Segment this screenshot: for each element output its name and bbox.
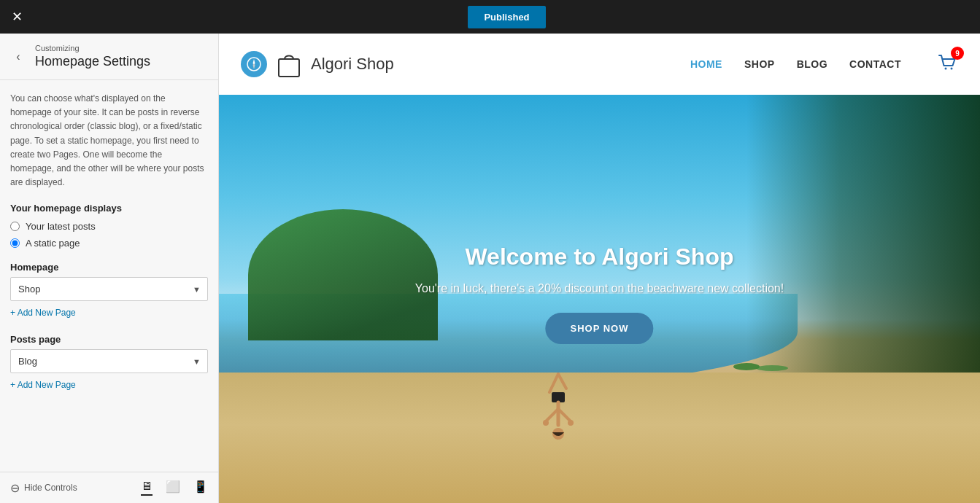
svg-point-2 xyxy=(945,68,947,70)
hero-hill-left xyxy=(248,209,438,340)
logo-bag-icon xyxy=(274,47,304,81)
radio-static-page[interactable]: A static page xyxy=(10,238,208,249)
svg-point-4 xyxy=(733,363,760,370)
hero-content: Welcome to Algori Shop You're in luck, t… xyxy=(415,243,784,344)
cart-icon-wrap[interactable]: 9 xyxy=(938,52,958,76)
homepage-select-wrapper: Shop Blog About Contact ▼ xyxy=(10,277,208,301)
nav-shop[interactable]: SHOP xyxy=(744,58,775,70)
back-button[interactable]: ‹ xyxy=(7,46,29,68)
panel-main-title: Homepage Settings xyxy=(35,54,150,69)
nav-home[interactable]: HOME xyxy=(690,58,722,70)
hero-title: Welcome to Algori Shop xyxy=(415,243,784,270)
svg-point-5 xyxy=(756,365,788,371)
top-bar: ✕ Published xyxy=(0,0,980,34)
nav-blog[interactable]: BLOG xyxy=(797,58,827,70)
add-new-page-link-2[interactable]: + Add New Page xyxy=(10,380,76,390)
panel-body: You can choose what's displayed on the h… xyxy=(0,80,218,472)
desktop-icon[interactable]: 🖥 xyxy=(141,480,153,496)
left-panel: ‹ Customizing Homepage Settings You can … xyxy=(0,34,219,503)
svg-point-12 xyxy=(543,420,549,426)
mobile-icon[interactable]: 📱 xyxy=(193,480,208,496)
radio-latest-label: Your latest posts xyxy=(26,221,96,232)
device-icons: 🖥 ⬜ 📱 xyxy=(141,480,208,496)
svg-line-11 xyxy=(558,409,571,421)
published-button[interactable]: Published xyxy=(468,6,545,28)
svg-line-10 xyxy=(546,409,558,421)
nav-contact[interactable]: CONTACT xyxy=(849,58,901,70)
svg-point-3 xyxy=(951,68,953,70)
hero-sand xyxy=(219,373,980,503)
cart-badge: 9 xyxy=(951,47,964,60)
posts-page-field-label: Posts page xyxy=(10,334,208,345)
shop-now-button[interactable]: SHOP NOW xyxy=(545,313,653,344)
tablet-icon[interactable]: ⬜ xyxy=(166,480,180,496)
posts-page-select[interactable]: Blog Shop About Contact xyxy=(10,349,208,373)
hide-controls-icon: ⊖ xyxy=(10,481,20,495)
top-bar-center: Published xyxy=(34,6,980,28)
site-header: Algori Shop HOME SHOP BLOG CONTACT 9 xyxy=(219,34,980,95)
posts-page-select-wrapper: Blog Shop About Contact ▼ xyxy=(10,349,208,373)
customizing-label: Customizing xyxy=(35,44,150,52)
site-nav: HOME SHOP BLOG CONTACT 9 xyxy=(690,52,958,76)
svg-line-6 xyxy=(549,374,558,392)
logo-compass-icon xyxy=(241,51,267,77)
radio-static-input[interactable] xyxy=(10,238,20,248)
svg-rect-1 xyxy=(279,59,299,77)
panel-header: ‹ Customizing Homepage Settings xyxy=(0,34,218,80)
homepage-field-group: Homepage Shop Blog About Contact ▼ + Add… xyxy=(10,262,208,321)
homepage-field-label: Homepage xyxy=(10,262,208,273)
radio-latest-posts[interactable]: Your latest posts xyxy=(10,221,208,232)
close-button[interactable]: ✕ xyxy=(0,0,34,34)
person-handstand xyxy=(539,367,582,454)
svg-point-13 xyxy=(568,420,574,426)
homepage-select[interactable]: Shop Blog About Contact xyxy=(10,277,208,301)
homepage-displays-label: Your homepage displays xyxy=(10,203,208,214)
posts-page-field-group: Posts page Blog Shop About Contact ▼ + A… xyxy=(10,334,208,393)
site-logo: Algori Shop xyxy=(241,47,690,81)
main-area: ‹ Customizing Homepage Settings You can … xyxy=(0,34,980,503)
hide-controls-label: Hide Controls xyxy=(24,483,77,493)
svg-line-7 xyxy=(558,374,566,389)
description-text: You can choose what's displayed on the h… xyxy=(10,92,208,190)
hide-controls-button[interactable]: ⊖ Hide Controls xyxy=(10,481,141,495)
radio-latest-input[interactable] xyxy=(10,222,20,231)
radio-static-label: A static page xyxy=(26,238,80,249)
site-name: Algori Shop xyxy=(311,55,394,74)
hero-section: Welcome to Algori Shop You're in luck, t… xyxy=(219,95,980,503)
preview-area: Algori Shop HOME SHOP BLOG CONTACT 9 xyxy=(219,34,980,503)
hero-subtitle: You're in luck, there's a 20% discount o… xyxy=(415,282,784,295)
hero-boats xyxy=(732,358,790,373)
add-new-page-link-1[interactable]: + Add New Page xyxy=(10,308,76,318)
panel-title-group: Customizing Homepage Settings xyxy=(35,44,150,69)
bottom-controls: ⊖ Hide Controls 🖥 ⬜ 📱 xyxy=(0,472,218,503)
